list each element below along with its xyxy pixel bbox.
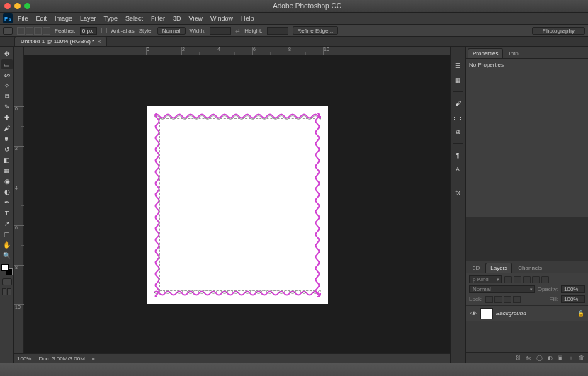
document-canvas[interactable] <box>147 106 328 304</box>
swap-dimensions-icon[interactable]: ⇄ <box>235 28 240 34</box>
foreground-color-swatch[interactable] <box>1 264 9 271</box>
layer-fx-icon[interactable]: fx <box>524 354 533 363</box>
link-layers-icon[interactable]: ⛓ <box>514 354 522 363</box>
menu-image[interactable]: Image <box>52 15 75 22</box>
workspace-switcher[interactable]: Photography <box>532 27 585 35</box>
menu-file[interactable]: File <box>15 15 31 22</box>
tool-path[interactable]: ↗ <box>1 219 13 229</box>
tab-properties[interactable]: Properties <box>468 48 503 58</box>
tab-info[interactable]: Info <box>504 48 523 58</box>
tool-marquee[interactable]: ▭ <box>1 59 13 69</box>
layer-name[interactable]: Background <box>496 310 574 317</box>
tool-zoom[interactable]: 🔍 <box>1 251 13 261</box>
fill-input[interactable]: 100% <box>561 295 585 303</box>
zoom-readout[interactable]: 100% <box>17 355 31 362</box>
filter-adjust-icon[interactable] <box>514 276 521 283</box>
menu-select[interactable]: Select <box>123 15 146 22</box>
height-input[interactable] <box>267 27 288 35</box>
style-dropdown[interactable]: Normal <box>157 27 186 35</box>
menu-3d[interactable]: 3D <box>170 15 184 22</box>
filter-pixel-icon[interactable] <box>504 276 512 283</box>
selection-new-button[interactable] <box>17 27 25 35</box>
dock-history-icon[interactable]: ☰ <box>452 61 463 71</box>
ruler-tick-label: 6 <box>15 225 18 230</box>
tool-brush[interactable]: 🖌 <box>1 123 13 133</box>
close-tab-icon[interactable]: × <box>97 38 101 45</box>
menu-layer[interactable]: Layer <box>77 15 99 22</box>
maximize-window-button[interactable] <box>24 3 30 9</box>
feather-input[interactable]: 0 px <box>80 27 97 35</box>
foreground-background-swatch[interactable] <box>1 264 13 275</box>
layer-filter-dropdown[interactable]: ρ Kind <box>469 275 502 283</box>
menu-help[interactable]: Help <box>238 15 257 22</box>
tool-move[interactable]: ✥ <box>1 49 13 59</box>
minimize-window-button[interactable] <box>14 3 21 9</box>
ruler-vertical[interactable]: 0 2 4 6 8 10 <box>14 55 24 353</box>
selection-add-button[interactable] <box>26 27 33 35</box>
layer-visibility-icon[interactable]: 👁 <box>469 310 477 317</box>
dock-brush-icon[interactable]: 🖌 <box>452 98 463 108</box>
tab-channels[interactable]: Channels <box>513 263 547 273</box>
opacity-input[interactable]: 100% <box>561 285 585 293</box>
tool-type[interactable]: T <box>1 208 13 218</box>
tool-preset-dropdown[interactable] <box>3 27 13 35</box>
dock-paragraph-icon[interactable]: ¶ <box>452 150 463 160</box>
tool-history-brush[interactable]: ↺ <box>1 144 13 154</box>
filter-type-icon[interactable] <box>523 276 531 283</box>
ruler-origin[interactable] <box>14 47 24 55</box>
screen-mode-switcher[interactable] <box>2 288 11 295</box>
tool-blur[interactable]: ◉ <box>1 176 13 186</box>
tool-eyedropper[interactable]: ✎ <box>1 102 13 112</box>
lock-pixels-icon[interactable] <box>494 296 502 303</box>
delete-layer-icon[interactable]: 🗑 <box>577 354 586 363</box>
quick-mask-toggle[interactable] <box>2 278 12 285</box>
tab-layers[interactable]: Layers <box>485 263 512 273</box>
canvas-area[interactable] <box>24 55 450 353</box>
document-tab[interactable]: Untitled-1 @ 100% (RGB/8) * × <box>14 36 107 46</box>
lock-position-icon[interactable] <box>504 296 511 303</box>
tab-3d[interactable]: 3D <box>468 263 485 273</box>
new-group-icon[interactable]: ▣ <box>556 354 565 363</box>
filter-shape-icon[interactable] <box>532 276 540 283</box>
tool-dodge[interactable]: ◐ <box>1 187 13 197</box>
blend-mode-dropdown[interactable]: Normal <box>469 285 535 293</box>
status-chevron-icon[interactable]: ▸ <box>92 355 95 362</box>
tool-shape[interactable]: ▢ <box>1 229 13 239</box>
close-window-button[interactable] <box>4 3 11 9</box>
dock-styles-icon[interactable]: fx <box>452 188 463 198</box>
menu-window[interactable]: Window <box>208 15 236 22</box>
ruler-horizontal[interactable]: 0 2 4 6 8 10 <box>14 47 450 55</box>
filter-smart-icon[interactable] <box>541 276 549 283</box>
dock-character-icon[interactable]: A <box>452 164 463 174</box>
tool-stamp[interactable]: ⧯ <box>1 134 13 144</box>
menu-view[interactable]: View <box>186 15 205 22</box>
tool-lasso[interactable]: ᔕ <box>1 70 13 80</box>
new-adjustment-icon[interactable]: ◐ <box>545 354 554 363</box>
layer-row[interactable]: 👁 Background 🔒 <box>466 306 588 321</box>
tool-crop[interactable]: ⧉ <box>1 91 13 101</box>
dock-clone-icon[interactable]: ⧉ <box>452 127 463 137</box>
tool-hand[interactable]: ✋ <box>1 240 13 250</box>
lock-all-icon[interactable] <box>513 296 521 303</box>
selection-subtract-button[interactable] <box>34 27 42 35</box>
antialias-checkbox[interactable] <box>101 28 107 33</box>
layer-lock-icon[interactable]: 🔒 <box>577 310 585 317</box>
tool-wand[interactable]: ✧ <box>1 81 13 91</box>
tool-gradient[interactable]: ▦ <box>1 166 13 176</box>
width-input[interactable] <box>210 27 231 35</box>
selection-intersect-button[interactable] <box>43 27 50 35</box>
layer-mask-icon[interactable]: ◯ <box>535 354 543 363</box>
lock-transparency-icon[interactable] <box>485 296 493 303</box>
refine-edge-button[interactable]: Refine Edge... <box>293 26 339 35</box>
menu-edit[interactable]: Edit <box>33 15 50 22</box>
dock-swatches-icon[interactable]: ▦ <box>452 75 463 85</box>
tool-pen[interactable]: ✒ <box>1 198 13 207</box>
tool-heal[interactable]: ✚ <box>1 113 13 123</box>
menu-type[interactable]: Type <box>101 15 121 22</box>
menu-filter[interactable]: Filter <box>148 15 168 22</box>
tool-eraser[interactable]: ◧ <box>1 155 13 165</box>
new-layer-icon[interactable]: ＋ <box>567 354 575 363</box>
doc-size-readout[interactable]: Doc: 3.00M/3.00M <box>38 355 84 362</box>
dock-brush-presets-icon[interactable]: ⋮⋮ <box>452 113 463 123</box>
layer-thumbnail[interactable] <box>480 308 493 319</box>
